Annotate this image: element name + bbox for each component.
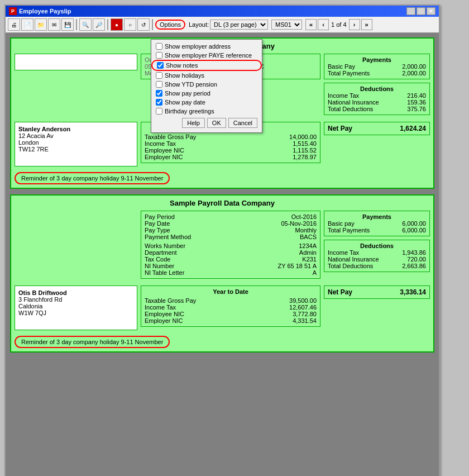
birthday-greetings-checkbox[interactable] <box>156 108 162 115</box>
color-button[interactable]: ● <box>111 18 123 31</box>
ded-2-total-label: Total Deductions <box>328 263 373 269</box>
ytd-1-ernic-label: Employer NIC <box>145 154 183 160</box>
ytd-1-tax-value: 1,515.40 <box>293 140 317 147</box>
minimize-button[interactable]: _ <box>406 7 415 15</box>
ytd-2-enic-row: Employee NIC 3,772.80 <box>145 311 317 317</box>
options-dropdown: Show employer address Show employer PAYE… <box>151 39 262 133</box>
print-button[interactable]: 🖨 <box>8 18 20 31</box>
menu-show-holidays[interactable]: Show holidays <box>151 71 262 80</box>
separator1 <box>76 19 77 30</box>
ytd-1-enic-value: 1,115.52 <box>293 147 317 154</box>
payslip-1-payments: Payments Basic Pay 2,000.00 Total Paymen… <box>324 54 430 79</box>
ytd-2-ernic-label: Employer NIC <box>145 317 183 324</box>
show-employer-address-label: Show employer address <box>165 43 231 50</box>
payments-2-total-row: Total Payments 6,000.00 <box>328 227 426 234</box>
p2-pay-type-label: Pay Type <box>145 227 170 234</box>
ded-1-ni-value: 159.36 <box>407 99 426 106</box>
p2-dept-value: Admin <box>299 249 317 256</box>
options-button[interactable]: Options <box>155 20 185 30</box>
toolbar: 🖨 📄 📁 ✉ 💾 🔍 🔎 ● ○ ↺ Options Layout: DL (… <box>6 17 439 33</box>
show-pay-date-checkbox[interactable] <box>156 99 162 106</box>
ytd-1-ernic-value: 1,278.97 <box>293 154 317 160</box>
p2-works-label: Works Number <box>145 242 185 249</box>
ded-1-total-value: 375.76 <box>407 106 426 112</box>
ded-2-total-row: Total Deductions 2,663.86 <box>328 263 426 269</box>
email-button[interactable]: ✉ <box>48 18 60 31</box>
p1-addr1: 12 Acacia Av <box>18 132 133 139</box>
save-button[interactable]: 💾 <box>61 18 74 31</box>
ded-2-ni-value: 720.00 <box>407 256 426 263</box>
help-button[interactable]: Help <box>182 118 205 128</box>
p2-pay-period-value: Oct-2016 <box>291 213 317 220</box>
menu-show-paye[interactable]: Show employer PAYE reference <box>151 51 262 60</box>
p2-payment-method-value: BACS <box>300 234 317 240</box>
p2-postcode: W1W 7QJ <box>18 310 133 316</box>
refresh-button[interactable]: ↺ <box>137 18 150 31</box>
show-paye-checkbox[interactable] <box>156 52 162 59</box>
show-employer-address-checkbox[interactable] <box>156 43 162 50</box>
show-ytd-pension-checkbox[interactable] <box>156 81 162 88</box>
window-title: Employee Payslip <box>19 8 71 15</box>
menu-show-employer-address[interactable]: Show employer address <box>151 42 262 51</box>
layout-select[interactable]: DL (3 per page) <box>210 20 268 30</box>
prev-page-button[interactable]: ‹ <box>318 19 329 30</box>
title-bar: P Employee Payslip _ □ ✕ <box>6 6 439 17</box>
menu-show-pay-period[interactable]: Show pay period <box>151 89 262 98</box>
ytd-2-tax-value: 12,607.46 <box>289 304 317 311</box>
ded-1-total-label: Total Deductions <box>328 106 373 112</box>
payments-1-basic-row: Basic Pay 2,000.00 <box>328 63 426 70</box>
ms-select[interactable]: MS01 <box>271 20 302 30</box>
show-notes-label: Show notes <box>166 62 198 69</box>
last-page-button[interactable]: » <box>361 19 372 30</box>
cancel-button[interactable]: Cancel <box>228 118 257 128</box>
p1-postcode: TW12 7RE <box>18 146 133 153</box>
show-pay-period-checkbox[interactable] <box>156 90 162 97</box>
payments-1-basic-value: 2,000.00 <box>402 63 426 70</box>
ded-2-total-value: 2,663.86 <box>402 263 426 269</box>
ytd-2-title: Year to Date <box>145 288 317 295</box>
close-button[interactable]: ✕ <box>427 7 436 15</box>
maximize-button[interactable]: □ <box>417 7 425 15</box>
menu-show-pay-date[interactable]: Show pay date <box>151 98 262 107</box>
payslip-2-topinfo: Pay Period Oct-2016 Pay Date 05-Nov-2016… <box>141 211 320 279</box>
page-indicator: 1 of 4 <box>331 21 347 28</box>
ded-1-income-label: Income Tax <box>328 92 359 99</box>
main-window: P Employee Payslip _ □ ✕ 🖨 📄 📁 ✉ 💾 🔍 🔎 ●… <box>4 4 440 476</box>
app-icon: P <box>9 7 17 15</box>
payments-2-basic-row: Basic pay 6,000.00 <box>328 220 426 227</box>
ytd-2-enic-value: 3,772.80 <box>293 311 317 317</box>
ytd-2-gross-label: Taxable Gross Pay <box>145 297 196 304</box>
menu-show-notes[interactable]: Show notes <box>151 60 262 71</box>
show-notes-checkbox[interactable] <box>157 62 164 69</box>
ok-button[interactable]: OK <box>207 118 226 128</box>
ded-2-ni-row: National Insurance 720.00 <box>328 256 426 263</box>
p2-ni-value: ZY 65 18 51 A <box>277 263 317 269</box>
show-holidays-checkbox[interactable] <box>156 72 162 79</box>
p2-name: Otis B Driftwood <box>18 289 133 296</box>
bw-button[interactable]: ○ <box>124 18 136 31</box>
zoom-out-button[interactable]: 🔎 <box>93 18 105 31</box>
p2-ni-label: NI Number <box>145 263 174 269</box>
payslip-2-netpay: Net Pay 3,336.14 <box>324 285 430 299</box>
ytd-2-tax-label: Income Tax <box>145 304 176 311</box>
payments-1-basic-label: Basic Pay <box>328 63 355 70</box>
payments-2-title: Payments <box>328 213 426 220</box>
payslip-1-netpay: Net Pay 1,624.24 <box>324 122 430 135</box>
show-pay-date-label: Show pay date <box>165 99 205 106</box>
first-page-button[interactable]: « <box>305 19 317 30</box>
p2-addr1: 3 Flanchford Rd <box>18 296 133 303</box>
menu-birthday-greetings[interactable]: Birthday greetings <box>151 107 262 116</box>
ded-1-ni-label: National Insurance <box>328 99 379 106</box>
payslip-2-payments: Payments Basic pay 6,000.00 Total Paymen… <box>324 211 430 236</box>
open-button[interactable]: 📁 <box>35 18 47 31</box>
payslip-2-note: Reminder of 3 day company holiday 9-11 N… <box>15 336 170 348</box>
window-controls: _ □ ✕ <box>406 7 436 15</box>
ytd-1-tax-row: Income Tax 1,515.40 <box>145 140 317 147</box>
preview-button[interactable]: 📄 <box>21 18 34 31</box>
zoom-in-button[interactable]: 🔍 <box>79 18 92 31</box>
ded-2-income-label: Income Tax <box>328 249 359 256</box>
layout-label: Layout: <box>189 21 209 28</box>
next-page-button[interactable]: › <box>349 19 360 30</box>
p2-dept-label: Department <box>145 249 176 256</box>
menu-show-ytd-pension[interactable]: Show YTD pension <box>151 80 262 89</box>
